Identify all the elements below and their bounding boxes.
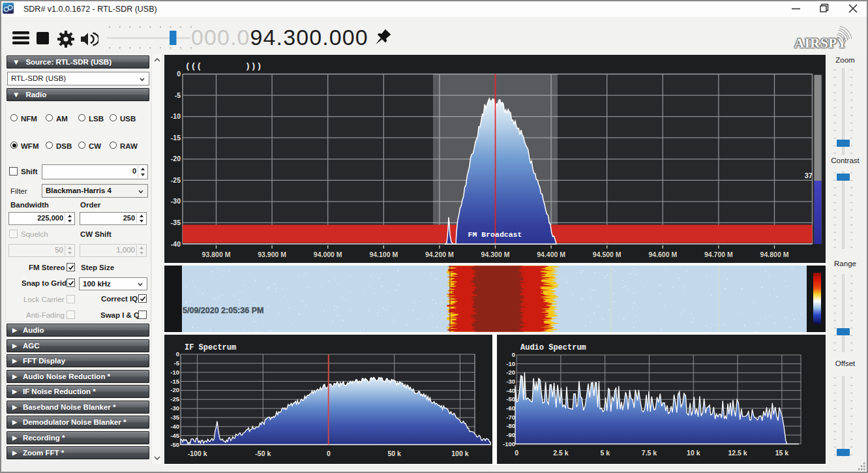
svg-text:-10: -10 bbox=[171, 112, 181, 120]
svg-text:5 k: 5 k bbox=[600, 449, 610, 457]
svg-text:94.600 M: 94.600 M bbox=[648, 251, 677, 258]
svg-text:-100 k: -100 k bbox=[188, 450, 207, 457]
svg-text:94.100 M: 94.100 M bbox=[369, 251, 398, 258]
svg-text:-35: -35 bbox=[170, 414, 179, 421]
svg-text:-20: -20 bbox=[170, 386, 179, 393]
svg-text:IF Spectrum: IF Spectrum bbox=[185, 343, 236, 352]
svg-text:-10: -10 bbox=[506, 360, 515, 367]
svg-text:-50: -50 bbox=[506, 395, 515, 403]
svg-text:-60: -60 bbox=[506, 404, 515, 412]
svg-text:94.200 M: 94.200 M bbox=[425, 251, 454, 258]
svg-text:-90: -90 bbox=[506, 431, 515, 438]
svg-text:-15: -15 bbox=[171, 134, 181, 142]
svg-text:0: 0 bbox=[177, 70, 181, 78]
svg-text:-5: -5 bbox=[175, 91, 181, 99]
svg-text:-20: -20 bbox=[506, 369, 515, 376]
svg-text:37: 37 bbox=[805, 172, 813, 179]
svg-text:(((: ((( bbox=[185, 61, 202, 71]
svg-text:-45: -45 bbox=[170, 432, 179, 439]
svg-text:-40: -40 bbox=[506, 387, 515, 394]
svg-text:10 k: 10 k bbox=[687, 449, 700, 457]
svg-text:-10: -10 bbox=[170, 369, 179, 376]
svg-text:15 k: 15 k bbox=[775, 449, 789, 457]
svg-text:94.500 M: 94.500 M bbox=[593, 251, 621, 258]
svg-text:-15: -15 bbox=[170, 378, 179, 385]
svg-text:-35: -35 bbox=[171, 219, 181, 226]
svg-text:93.800 M: 93.800 M bbox=[202, 251, 231, 258]
svg-text:-50: -50 bbox=[170, 441, 179, 448]
svg-text:-80: -80 bbox=[506, 422, 515, 429]
svg-text:-5: -5 bbox=[174, 359, 180, 367]
svg-text:0: 0 bbox=[512, 351, 515, 358]
svg-text:2.5 k: 2.5 k bbox=[553, 449, 569, 457]
svg-text:0: 0 bbox=[327, 450, 331, 457]
svg-text:-40: -40 bbox=[170, 423, 179, 430]
svg-text:94.700 M: 94.700 M bbox=[704, 251, 733, 258]
svg-text:7.5 k: 7.5 k bbox=[642, 449, 657, 457]
svg-text:94.000 M: 94.000 M bbox=[314, 251, 342, 258]
svg-text:94.300 M: 94.300 M bbox=[481, 251, 510, 258]
svg-text:-20: -20 bbox=[171, 155, 181, 162]
svg-text:94.400 M: 94.400 M bbox=[537, 251, 565, 258]
svg-text:-50 k: -50 k bbox=[255, 450, 271, 457]
svg-text:93.900 M: 93.900 M bbox=[258, 251, 286, 258]
svg-text:94.800 M: 94.800 M bbox=[760, 251, 789, 258]
svg-text:-100: -100 bbox=[503, 440, 515, 448]
svg-text:5/09/2020 2:05:36 PM: 5/09/2020 2:05:36 PM bbox=[183, 306, 263, 315]
svg-text:-30: -30 bbox=[170, 404, 179, 412]
svg-text:0: 0 bbox=[515, 449, 518, 457]
svg-text:0: 0 bbox=[176, 350, 179, 358]
svg-text:))): ))) bbox=[245, 61, 262, 71]
svg-text:-30: -30 bbox=[171, 197, 181, 205]
svg-text:Audio Spectrum: Audio Spectrum bbox=[520, 343, 586, 352]
svg-text:-30: -30 bbox=[506, 378, 515, 385]
svg-text:50 k: 50 k bbox=[387, 450, 401, 457]
svg-text:FM Broadcast: FM Broadcast bbox=[468, 230, 522, 239]
svg-text:12.5 k: 12.5 k bbox=[728, 449, 747, 457]
svg-text:100 k: 100 k bbox=[451, 450, 468, 457]
svg-text:-25: -25 bbox=[170, 395, 179, 403]
svg-text:-25: -25 bbox=[171, 176, 181, 184]
svg-text:-70: -70 bbox=[506, 414, 515, 421]
svg-text:-40: -40 bbox=[171, 240, 181, 248]
